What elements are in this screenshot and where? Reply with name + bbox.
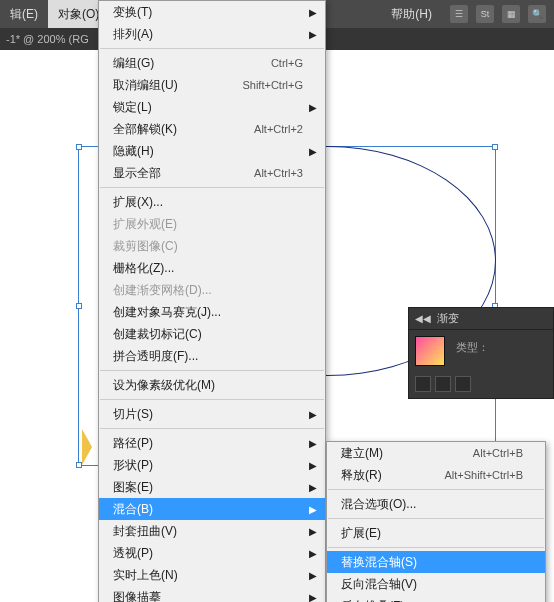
submenu-item-make[interactable]: 建立(M)Alt+Ctrl+B bbox=[327, 442, 545, 464]
menu-item-trim-marks[interactable]: 创建裁切标记(C) bbox=[99, 323, 325, 345]
menu-item-live-paint[interactable]: 实时上色(N)▶ bbox=[99, 564, 325, 586]
chevron-right-icon: ▶ bbox=[309, 146, 317, 157]
chevron-right-icon: ▶ bbox=[309, 102, 317, 113]
menu-item-unlock-all[interactable]: 全部解锁(K)Alt+Ctrl+2 bbox=[99, 118, 325, 140]
stock-icon[interactable]: St bbox=[476, 5, 494, 23]
menu-help[interactable]: 帮助(H) bbox=[381, 6, 442, 23]
workspace-icon[interactable]: ☰ bbox=[450, 5, 468, 23]
color-indicator bbox=[82, 429, 92, 465]
menu-item-slice[interactable]: 切片(S)▶ bbox=[99, 403, 325, 425]
menu-item-group[interactable]: 编组(G)Ctrl+G bbox=[99, 52, 325, 74]
chevron-right-icon: ▶ bbox=[309, 438, 317, 449]
gradient-type-label: 类型： bbox=[456, 336, 489, 355]
submenu-item-options[interactable]: 混合选项(O)... bbox=[327, 493, 545, 515]
stroke-option-1[interactable] bbox=[415, 376, 431, 392]
menu-item-image-trace[interactable]: 图像描摹▶ bbox=[99, 586, 325, 602]
chevron-right-icon: ▶ bbox=[309, 460, 317, 471]
menu-item-arrange[interactable]: 排列(A)▶ bbox=[99, 23, 325, 45]
menu-item-rasterize[interactable]: 栅格化(Z)... bbox=[99, 257, 325, 279]
submenu-item-release[interactable]: 释放(R)Alt+Shift+Ctrl+B bbox=[327, 464, 545, 486]
menu-item-perspective[interactable]: 透视(P)▶ bbox=[99, 542, 325, 564]
menu-item-ungroup[interactable]: 取消编组(U)Shift+Ctrl+G bbox=[99, 74, 325, 96]
menu-item-pixel-optimize[interactable]: 设为像素级优化(M) bbox=[99, 374, 325, 396]
chevron-right-icon: ▶ bbox=[309, 409, 317, 420]
menu-item-expand-appearance: 扩展外观(E) bbox=[99, 213, 325, 235]
chevron-right-icon: ▶ bbox=[309, 7, 317, 18]
menu-item-blend[interactable]: 混合(B)▶ bbox=[99, 498, 325, 520]
chevron-right-icon: ▶ bbox=[309, 570, 317, 581]
search-icon[interactable]: 🔍 bbox=[528, 5, 546, 23]
topbar-icons: ☰ St ▦ 🔍 bbox=[442, 5, 554, 23]
arrange-icon[interactable]: ▦ bbox=[502, 5, 520, 23]
menu-item-transform[interactable]: 变换(T)▶ bbox=[99, 1, 325, 23]
menu-item-hide[interactable]: 隐藏(H)▶ bbox=[99, 140, 325, 162]
stroke-option-3[interactable] bbox=[455, 376, 471, 392]
menu-item-crop-image: 裁剪图像(C) bbox=[99, 235, 325, 257]
menu-edit[interactable]: 辑(E) bbox=[0, 0, 48, 28]
gradient-swatch[interactable] bbox=[415, 336, 445, 366]
stroke-option-2[interactable] bbox=[435, 376, 451, 392]
menu-item-path[interactable]: 路径(P)▶ bbox=[99, 432, 325, 454]
chevron-right-icon: ▶ bbox=[309, 482, 317, 493]
submenu-item-reverse-spine[interactable]: 反向混合轴(V) bbox=[327, 573, 545, 595]
menu-item-envelope[interactable]: 封套扭曲(V)▶ bbox=[99, 520, 325, 542]
menu-item-object-mosaic[interactable]: 创建对象马赛克(J)... bbox=[99, 301, 325, 323]
chevron-right-icon: ▶ bbox=[309, 548, 317, 559]
submenu-item-reverse-front-back[interactable]: 反向堆叠(F) bbox=[327, 595, 545, 602]
menu-item-expand[interactable]: 扩展(X)... bbox=[99, 191, 325, 213]
panel-tab-gradient[interactable]: 渐变 bbox=[431, 311, 547, 326]
submenu-item-replace-spine[interactable]: 替换混合轴(S) bbox=[327, 551, 545, 573]
menu-item-pattern[interactable]: 图案(E)▶ bbox=[99, 476, 325, 498]
close-icon[interactable]: ◀◀ bbox=[415, 313, 431, 324]
object-menu-dropdown: 变换(T)▶ 排列(A)▶ 编组(G)Ctrl+G 取消编组(U)Shift+C… bbox=[98, 0, 326, 602]
blend-submenu: 建立(M)Alt+Ctrl+B 释放(R)Alt+Shift+Ctrl+B 混合… bbox=[326, 441, 546, 602]
submenu-item-expand[interactable]: 扩展(E) bbox=[327, 522, 545, 544]
chevron-right-icon: ▶ bbox=[309, 592, 317, 603]
menu-item-show-all[interactable]: 显示全部Alt+Ctrl+3 bbox=[99, 162, 325, 184]
gradient-panel: ◀◀ 渐变 类型： bbox=[408, 307, 554, 399]
menu-item-flatten-transparency[interactable]: 拼合透明度(F)... bbox=[99, 345, 325, 367]
menu-item-lock[interactable]: 锁定(L)▶ bbox=[99, 96, 325, 118]
chevron-right-icon: ▶ bbox=[309, 29, 317, 40]
chevron-right-icon: ▶ bbox=[309, 504, 317, 515]
menu-item-shape[interactable]: 形状(P)▶ bbox=[99, 454, 325, 476]
menu-item-gradient-mesh: 创建渐变网格(D)... bbox=[99, 279, 325, 301]
chevron-right-icon: ▶ bbox=[309, 526, 317, 537]
